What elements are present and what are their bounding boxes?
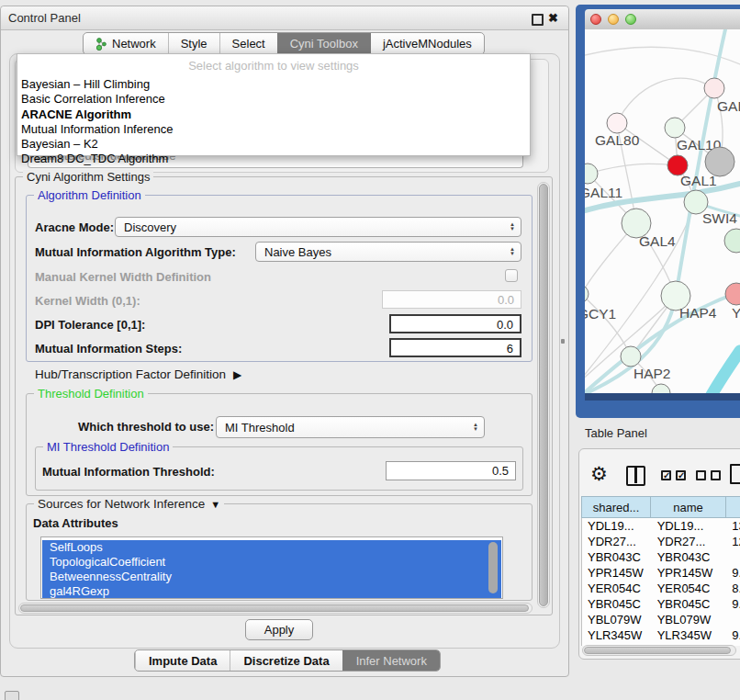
which-threshold-combobox[interactable]: MI Threshold bbox=[216, 416, 485, 438]
float-window-icon[interactable] bbox=[532, 14, 544, 26]
control-panel-titlebar[interactable] bbox=[1, 6, 568, 30]
network-node-green-right[interactable] bbox=[724, 229, 740, 253]
zoom-traffic-light-icon[interactable] bbox=[625, 14, 636, 25]
table-cell: YLR345W bbox=[582, 628, 652, 642]
tab-style[interactable]: Style bbox=[168, 33, 219, 54]
settings-vertical-scrollbar[interactable] bbox=[537, 182, 550, 608]
kernel-width-field[interactable]: 0.0 bbox=[382, 290, 521, 309]
table-cell: YBL079W bbox=[582, 613, 652, 627]
tab-label: Style bbox=[181, 37, 207, 51]
network-node-label: GCY1 bbox=[585, 306, 616, 322]
tab-jactivemnodules[interactable]: jActiveMNodules bbox=[370, 33, 484, 54]
bottom-tab[interactable]: Infer Network bbox=[342, 650, 440, 671]
network-node-gray-node[interactable] bbox=[705, 147, 734, 176]
dpi-tolerance-field[interactable]: 0.0 bbox=[389, 314, 521, 333]
attribute-item[interactable]: BetweennessCentrality bbox=[42, 570, 501, 584]
mi-type-combobox[interactable]: Naive Bayes bbox=[255, 242, 521, 262]
network-node-label: GAL80 bbox=[595, 132, 640, 148]
columns-icon[interactable] bbox=[626, 466, 645, 486]
algorithm-option[interactable]: Bayesian – Hill Climbing bbox=[17, 77, 530, 92]
network-node-label: GAL1 bbox=[680, 173, 717, 188]
attributes-scrollbar-thumb[interactable] bbox=[488, 542, 498, 593]
network-node-label: GAL4 bbox=[639, 233, 676, 249]
network-node-bottom-node[interactable] bbox=[652, 384, 670, 393]
gear-icon[interactable] bbox=[590, 463, 608, 485]
close-traffic-light-icon[interactable] bbox=[590, 14, 601, 25]
group-title: Threshold Definition bbox=[34, 387, 148, 401]
aracne-mode-combobox[interactable]: Discovery bbox=[115, 217, 521, 237]
bottom-tab[interactable]: Discretize Data bbox=[230, 650, 342, 671]
algorithm-option[interactable]: Bayesian – K2 bbox=[17, 137, 530, 152]
tab-label: jActiveMNodules bbox=[383, 37, 472, 51]
scrollbar-thumb[interactable] bbox=[20, 604, 529, 612]
table-cell: YDL19... bbox=[582, 519, 652, 533]
algorithm-list: Bayesian – Hill ClimbingBasic Correlatio… bbox=[17, 77, 530, 167]
bottom-tab[interactable]: Impute Data bbox=[135, 650, 230, 671]
minimize-traffic-light-icon[interactable] bbox=[608, 14, 619, 25]
table-horizontal-scrollbar[interactable] bbox=[582, 645, 736, 656]
algorithm-option[interactable]: ARACNE Algorithm bbox=[17, 107, 530, 122]
unchecked-checkbox-icon[interactable] bbox=[696, 470, 706, 480]
network-edge[interactable] bbox=[698, 351, 740, 393]
table-cell: YDL19... bbox=[652, 519, 727, 533]
checked-checkbox-icon[interactable] bbox=[676, 470, 686, 480]
attribute-item[interactable]: TopologicalCoefficient bbox=[42, 555, 501, 570]
checked-checkbox-icon[interactable] bbox=[661, 470, 671, 480]
table-row[interactable]: YBR045C YBR045C 9. bbox=[582, 596, 740, 612]
table-row[interactable]: YER054C YER054C 8. bbox=[582, 581, 740, 596]
network-window-shadow bbox=[585, 393, 740, 401]
table-row[interactable]: YBL079W YBL079W bbox=[582, 612, 740, 627]
table-cell: YPR145W bbox=[652, 566, 727, 580]
apply-button[interactable]: Apply bbox=[245, 619, 313, 640]
mi-steps-field[interactable]: 6 bbox=[389, 338, 521, 357]
dpi-tolerance-label: DPI Tolerance [0,1]: bbox=[35, 318, 145, 332]
algorithm-option[interactable]: Dream8 DC_TDC Algorithm bbox=[17, 152, 530, 166]
spinner-arrows-icon bbox=[510, 222, 515, 231]
network-node-gal80[interactable] bbox=[607, 113, 627, 133]
network-view-canvas[interactable]: GALGAL80GAL10GAL1GAL11SWI4GAL4GCY1HAP4YH… bbox=[585, 29, 740, 393]
settings-horizontal-scrollbar[interactable] bbox=[18, 603, 533, 614]
attribute-item[interactable]: gal4RGexp bbox=[42, 584, 501, 599]
network-edge[interactable] bbox=[617, 78, 714, 123]
table-row[interactable]: YPR145W YPR145W 9. bbox=[582, 565, 740, 581]
table-cell: YBR045C bbox=[652, 597, 727, 611]
column-header[interactable]: A bbox=[726, 496, 740, 518]
tab-network[interactable]: Network bbox=[84, 33, 168, 54]
unchecked-checkbox-icon[interactable] bbox=[711, 470, 721, 480]
mi-threshold-field[interactable]: 0.5 bbox=[386, 461, 516, 480]
corner-panel-chip[interactable] bbox=[5, 691, 19, 700]
network-edge[interactable] bbox=[588, 164, 678, 174]
algorithm-option[interactable]: Mutual Information Inference bbox=[17, 122, 530, 137]
column-header[interactable]: name bbox=[651, 496, 726, 518]
scrollbar-thumb[interactable] bbox=[584, 647, 731, 654]
network-node-pink-right[interactable] bbox=[725, 283, 740, 305]
control-panel-tabbar: Network Style Select Cyni Toolbox jActiv… bbox=[83, 32, 485, 55]
network-node-gal11[interactable] bbox=[585, 164, 598, 184]
manual-kernel-checkbox[interactable] bbox=[505, 269, 518, 282]
scrollbar-thumb[interactable] bbox=[539, 184, 548, 606]
aracne-mode-label: Aracne Mode: bbox=[35, 220, 114, 234]
table-cell: 12 bbox=[726, 535, 740, 548]
mi-steps-label: Mutual Information Steps: bbox=[35, 342, 182, 356]
network-node-label: HAP2 bbox=[633, 366, 671, 381]
table-row[interactable]: YDR27... YDR27... 12 bbox=[582, 534, 740, 549]
network-node-hap2[interactable] bbox=[621, 346, 641, 367]
network-node-label: GAL bbox=[717, 98, 740, 114]
document-icon[interactable] bbox=[730, 464, 740, 484]
algorithm-option[interactable]: Basic Correlation Inference bbox=[17, 92, 530, 107]
network-edge[interactable] bbox=[585, 294, 631, 356]
splitter-handle[interactable] bbox=[561, 339, 565, 344]
table-row[interactable]: YLR345W YLR345W 9. bbox=[582, 627, 740, 643]
hub-definition-toggle[interactable]: Hub/Transcription Factor Definition bbox=[35, 367, 241, 381]
column-header[interactable]: shared... bbox=[581, 496, 651, 518]
network-node-label: GAL11 bbox=[585, 185, 622, 200]
tab-cyni-toolbox[interactable]: Cyni Toolbox bbox=[277, 33, 370, 54]
tab-select[interactable]: Select bbox=[219, 33, 277, 54]
network-node-gal-top[interactable] bbox=[704, 78, 724, 98]
sources-group-toggle[interactable]: Sources for Network Inference bbox=[34, 497, 224, 511]
table-row[interactable]: YDL19... YDL19... 13 bbox=[582, 518, 740, 534]
table-row[interactable]: YBR043C YBR043C bbox=[582, 549, 740, 565]
close-icon[interactable] bbox=[548, 11, 558, 25]
network-node-gal10[interactable] bbox=[665, 118, 685, 138]
attribute-item[interactable]: SelfLoops bbox=[42, 540, 501, 555]
